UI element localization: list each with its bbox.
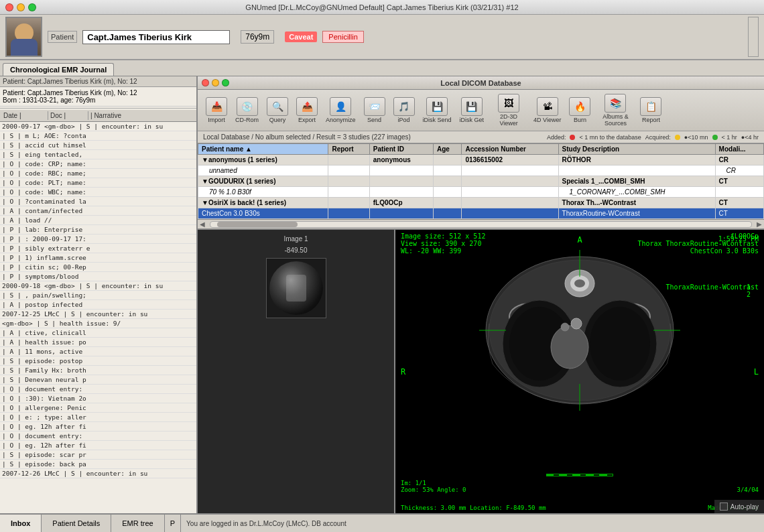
emr-journal-tab[interactable]: Chronological EMR Journal <box>3 63 114 76</box>
scrollbar-thumb[interactable] <box>217 222 298 227</box>
col-date[interactable]: Date | <box>1 111 48 120</box>
toolbar-label-report: Report <box>642 117 660 123</box>
emr-row[interactable]: | O | code: CRP; name: <box>0 159 196 169</box>
emr-row[interactable]: | O | :30): Vietnam 2o <box>0 394 196 403</box>
th-report[interactable]: Report <box>328 144 369 155</box>
dicom-window-controls[interactable] <box>202 79 229 86</box>
toolbar-btn-send[interactable]: 📨 Send <box>361 96 388 125</box>
dicom-close-button[interactable] <box>202 79 209 86</box>
header-scrollbar[interactable] <box>748 17 759 57</box>
emr-row[interactable]: | A | ctive, clinicall <box>0 328 196 338</box>
table-row[interactable]: 70 % 1.0 B30f1_CORONARY_...COMBI_SMH <box>198 187 764 198</box>
dicom-table: Patient name ▲ Report Patient ID Age Acc… <box>198 143 764 219</box>
svg-point-15 <box>571 318 582 329</box>
tab-p[interactable]: P <box>165 515 181 532</box>
toolbar-btn-import[interactable]: 📥 Import <box>203 96 230 125</box>
toolbar-btn-albums[interactable]: 📚 Albums & Sources <box>596 92 635 128</box>
emr-row[interactable]: | P | 1) inflamm.scree <box>0 253 196 263</box>
emr-row[interactable]: 2007-12-25 LMcC | S | encounter: in su <box>0 310 196 319</box>
emr-row[interactable]: | A | postop infected <box>0 300 196 310</box>
autoplay-checkbox[interactable] <box>720 503 728 511</box>
toolbar-btn-idisk-get[interactable]: 💾 iDisk Get <box>457 96 487 125</box>
emr-row[interactable]: | S | eing tentacled, <box>0 150 196 159</box>
emr-entries[interactable]: 2000-09-17 <gm-dbo> | S | encounter: in … <box>0 122 196 513</box>
emr-row[interactable]: | P | citin sc; 00-Rep <box>0 263 196 272</box>
toolbar-btn-burn[interactable]: 🔥 Burn <box>566 96 593 125</box>
th-patient-name[interactable]: Patient name ▲ <box>198 144 328 155</box>
scroll-left-arrow[interactable]: ◀ <box>198 220 207 228</box>
ct-scan-image <box>472 243 687 417</box>
emr-row[interactable]: | O | eg. 12h after fi <box>0 422 196 431</box>
image-thumbnail[interactable] <box>266 258 326 318</box>
emr-row[interactable]: | S | , pain/swelling; <box>0 291 196 300</box>
emr-row[interactable]: | S | Family Hx: broth <box>0 366 196 375</box>
emr-row[interactable]: | A | health issue: po <box>0 338 196 347</box>
emr-row[interactable]: | S | Denevan neural p <box>0 375 196 385</box>
ct-view-size: View size: 390 x 270 <box>401 240 485 247</box>
table-row[interactable]: ▼OsiriX is back! (1 series)fLQ0OCpThorax… <box>198 198 764 208</box>
dicom-max-button[interactable] <box>222 79 229 86</box>
patient-name[interactable]: Capt.James Tiberius Kirk <box>82 30 230 44</box>
emr-row[interactable]: | S | m L; AOE: ?conta <box>0 131 196 141</box>
minimize-button[interactable] <box>17 3 25 11</box>
ct-viewer-panel[interactable]: Image size: 512 x 512 View size: 390 x 2… <box>395 230 764 513</box>
table-row[interactable]: ChestCon 3.0 B30sThoraxRoutine-WContrast… <box>198 208 764 219</box>
emr-row[interactable]: | P | lab: Enterprise <box>0 225 196 235</box>
tab-emr-tree[interactable]: EMR tree <box>111 515 164 532</box>
emr-row[interactable]: | S | episode: postop <box>0 356 196 366</box>
emr-row[interactable]: | P | : 2000-09-17 17: <box>0 235 196 244</box>
emr-row[interactable]: | O | allergene: Penic <box>0 403 196 413</box>
emr-row[interactable]: | A | 11 mons, active <box>0 347 196 356</box>
tab-inbox[interactable]: Inbox <box>0 515 42 532</box>
table-scrollbar[interactable]: ◀ ▶ <box>198 219 764 228</box>
emr-row[interactable]: | S | episode: scar pr <box>0 450 196 460</box>
th-modality[interactable]: Modali... <box>715 144 763 155</box>
emr-row[interactable]: <gm-dbo> | S | health issue: 9/ <box>0 319 196 328</box>
horizontal-scrollbar[interactable] <box>210 221 752 228</box>
maximize-button[interactable] <box>28 3 36 11</box>
close-button[interactable] <box>5 3 13 11</box>
window-controls[interactable] <box>5 3 36 11</box>
toolbar-btn-2d-3d[interactable]: 🖼 2D-3D Viewer <box>489 92 528 128</box>
toolbar-btn-idisk-send[interactable]: 💾 iDisk Send <box>420 96 454 125</box>
emr-row[interactable]: 2000-09-17 <gm-dbo> | S | encounter: in … <box>0 122 196 131</box>
emr-row[interactable]: | O | e: ; type: aller <box>0 413 196 422</box>
emr-row[interactable]: | A | load // <box>0 216 196 225</box>
emr-row[interactable]: | P | symptoms/blood <box>0 272 196 281</box>
col-doc[interactable]: Doc | <box>48 111 88 120</box>
emr-row[interactable]: 2000-09-18 <gm-dbo> | S | encounter: in … <box>0 281 196 291</box>
toolbar-btn-query[interactable]: 🔍 Query <box>264 96 291 125</box>
emr-row[interactable]: | S | episode: back pa <box>0 460 196 469</box>
toolbar-btn-cd-rom[interactable]: 💿 CD-Rom <box>233 96 261 125</box>
svg-point-14 <box>551 326 588 369</box>
th-study-desc[interactable]: Study Description <box>558 144 715 155</box>
toolbar-btn-ipod[interactable]: 🎵 iPod <box>391 96 418 125</box>
emr-row[interactable]: | O | eg. 12h after fi <box>0 441 196 450</box>
scroll-right-arrow[interactable]: ▶ <box>755 220 764 228</box>
toolbar-btn-report[interactable]: 📋 Report <box>637 96 664 125</box>
emr-row[interactable]: | A | contam/infected <box>0 206 196 216</box>
emr-row[interactable]: | O | document entry: <box>0 385 196 394</box>
table-row[interactable]: ▼anonymous (1 series)anonymous0136615002… <box>198 155 764 165</box>
emr-row[interactable]: | O | ?contaminated la <box>0 197 196 206</box>
emr-row[interactable]: | O | code: PLT; name: <box>0 178 196 188</box>
toolbar-btn-anonymize[interactable]: 👤 Anonymize <box>323 96 359 125</box>
emr-row[interactable]: | O | code: WBC; name: <box>0 188 196 197</box>
th-accession[interactable]: Accession Number <box>462 144 558 155</box>
avatar <box>5 17 42 57</box>
table-row[interactable]: ▼GOUDURIX (1 series)Specials 1_...COMBI_… <box>198 176 764 187</box>
dicom-min-button[interactable] <box>212 79 219 86</box>
th-age[interactable]: Age <box>434 144 462 155</box>
toolbar-icon-idisk-send: 💾 <box>426 97 448 116</box>
emr-row[interactable]: | O | document entry: <box>0 431 196 441</box>
table-row[interactable]: unnamedCR <box>198 165 764 176</box>
th-patient-id[interactable]: Patient ID <box>369 144 433 155</box>
emr-row[interactable]: | O | code: RBC; name; <box>0 169 196 178</box>
emr-row[interactable]: | P | sibly extraterr e <box>0 244 196 253</box>
toolbar-btn-export[interactable]: 📤 Export <box>294 96 320 125</box>
emr-row[interactable]: | S | accid cut himsel <box>0 141 196 150</box>
emr-row[interactable]: 2007-12-26 LMcC | S | encounter: in su <box>0 469 196 478</box>
ct-date: 3/4/04 <box>737 486 759 493</box>
tab-patient-details[interactable]: Patient Details <box>42 515 111 532</box>
toolbar-btn-4d[interactable]: 📽 4D Viewer <box>531 96 564 125</box>
